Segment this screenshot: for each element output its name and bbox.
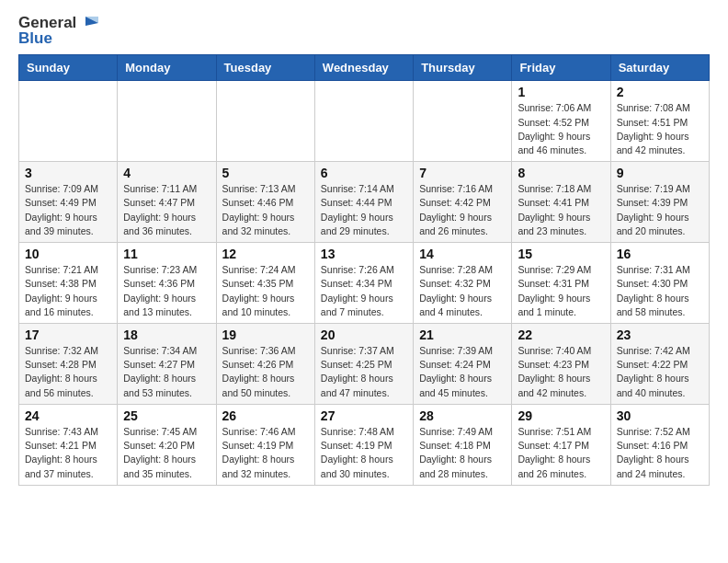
- calendar-cell: 18Sunrise: 7:34 AMSunset: 4:27 PMDayligh…: [118, 324, 216, 405]
- logo-bird-icon: [78, 15, 98, 31]
- day-number: 9: [617, 166, 703, 180]
- calendar-cell: 15Sunrise: 7:29 AMSunset: 4:31 PMDayligh…: [512, 243, 610, 324]
- day-number: 8: [518, 166, 604, 180]
- calendar-cell: 22Sunrise: 7:40 AMSunset: 4:23 PMDayligh…: [512, 324, 610, 405]
- day-number: 30: [617, 408, 703, 423]
- calendar-cell: 29Sunrise: 7:51 AMSunset: 4:17 PMDayligh…: [512, 404, 610, 485]
- calendar-cell: 17Sunrise: 7:32 AMSunset: 4:28 PMDayligh…: [19, 324, 118, 405]
- day-info: Sunrise: 7:14 AMSunset: 4:44 PMDaylight:…: [321, 182, 407, 238]
- calendar-cell: 30Sunrise: 7:52 AMSunset: 4:16 PMDayligh…: [610, 404, 709, 485]
- weekday-header-thursday: Thursday: [414, 55, 512, 81]
- calendar-week-0: 1Sunrise: 7:06 AMSunset: 4:52 PMDaylight…: [19, 81, 710, 162]
- day-info: Sunrise: 7:49 AMSunset: 4:18 PMDaylight:…: [419, 425, 506, 481]
- day-number: 15: [518, 247, 604, 261]
- day-number: 14: [419, 247, 506, 261]
- day-number: 10: [25, 247, 111, 261]
- day-number: 26: [222, 408, 309, 423]
- day-number: 28: [419, 408, 506, 423]
- calendar-cell: 20Sunrise: 7:37 AMSunset: 4:25 PMDayligh…: [314, 324, 413, 405]
- day-number: 29: [518, 408, 604, 423]
- calendar-cell: [314, 81, 413, 162]
- calendar-cell: 6Sunrise: 7:14 AMSunset: 4:44 PMDaylight…: [314, 162, 413, 243]
- calendar-week-2: 10Sunrise: 7:21 AMSunset: 4:38 PMDayligh…: [19, 243, 710, 324]
- day-info: Sunrise: 7:21 AMSunset: 4:38 PMDaylight:…: [25, 263, 111, 319]
- day-number: 4: [123, 166, 210, 180]
- day-number: 3: [25, 166, 111, 180]
- day-info: Sunrise: 7:40 AMSunset: 4:23 PMDaylight:…: [518, 344, 604, 400]
- calendar-cell: 3Sunrise: 7:09 AMSunset: 4:49 PMDaylight…: [19, 162, 118, 243]
- weekday-header-monday: Monday: [118, 55, 216, 81]
- day-number: 2: [617, 85, 703, 99]
- day-info: Sunrise: 7:29 AMSunset: 4:31 PMDaylight:…: [518, 263, 604, 319]
- day-info: Sunrise: 7:45 AMSunset: 4:20 PMDaylight:…: [123, 425, 210, 481]
- weekday-header-row: SundayMondayTuesdayWednesdayThursdayFrid…: [19, 55, 710, 81]
- calendar-cell: 8Sunrise: 7:18 AMSunset: 4:41 PMDaylight…: [512, 162, 610, 243]
- day-number: 19: [222, 327, 309, 342]
- calendar-cell: 19Sunrise: 7:36 AMSunset: 4:26 PMDayligh…: [216, 324, 314, 405]
- day-info: Sunrise: 7:46 AMSunset: 4:19 PMDaylight:…: [222, 425, 309, 481]
- calendar-cell: 27Sunrise: 7:48 AMSunset: 4:19 PMDayligh…: [314, 404, 413, 485]
- day-number: 6: [321, 166, 407, 180]
- weekday-header-saturday: Saturday: [610, 55, 709, 81]
- calendar-cell: 25Sunrise: 7:45 AMSunset: 4:20 PMDayligh…: [118, 404, 216, 485]
- day-info: Sunrise: 7:43 AMSunset: 4:21 PMDaylight:…: [25, 425, 111, 481]
- calendar-cell: 12Sunrise: 7:24 AMSunset: 4:35 PMDayligh…: [216, 243, 314, 324]
- day-info: Sunrise: 7:24 AMSunset: 4:35 PMDaylight:…: [222, 263, 309, 319]
- calendar-cell: 13Sunrise: 7:26 AMSunset: 4:34 PMDayligh…: [314, 243, 413, 324]
- day-info: Sunrise: 7:19 AMSunset: 4:39 PMDaylight:…: [617, 182, 703, 238]
- day-info: Sunrise: 7:42 AMSunset: 4:22 PMDaylight:…: [617, 344, 703, 400]
- day-info: Sunrise: 7:28 AMSunset: 4:32 PMDaylight:…: [419, 263, 506, 319]
- day-number: 25: [123, 408, 210, 423]
- calendar-cell: 2Sunrise: 7:08 AMSunset: 4:51 PMDaylight…: [610, 81, 709, 162]
- day-number: 23: [617, 327, 703, 342]
- logo-blue: Blue: [18, 30, 52, 48]
- day-number: 20: [321, 327, 407, 342]
- day-info: Sunrise: 7:36 AMSunset: 4:26 PMDaylight:…: [222, 344, 309, 400]
- calendar-cell: [216, 81, 314, 162]
- weekday-header-sunday: Sunday: [19, 55, 118, 81]
- calendar-cell: 7Sunrise: 7:16 AMSunset: 4:42 PMDaylight…: [414, 162, 512, 243]
- calendar-cell: [118, 81, 216, 162]
- page-container: General Blue SundayMondayTuesdayWednesda…: [0, 0, 728, 504]
- day-number: 18: [123, 327, 210, 342]
- day-info: Sunrise: 7:48 AMSunset: 4:19 PMDaylight:…: [321, 425, 407, 481]
- calendar-cell: [414, 81, 512, 162]
- weekday-header-friday: Friday: [512, 55, 610, 81]
- day-number: 12: [222, 247, 309, 261]
- calendar-week-3: 17Sunrise: 7:32 AMSunset: 4:28 PMDayligh…: [19, 324, 710, 405]
- day-number: 17: [25, 327, 111, 342]
- day-info: Sunrise: 7:34 AMSunset: 4:27 PMDaylight:…: [123, 344, 210, 400]
- calendar-cell: [19, 81, 118, 162]
- day-number: 11: [123, 247, 210, 261]
- day-number: 13: [321, 247, 407, 261]
- day-info: Sunrise: 7:23 AMSunset: 4:36 PMDaylight:…: [123, 263, 210, 319]
- calendar-cell: 24Sunrise: 7:43 AMSunset: 4:21 PMDayligh…: [19, 404, 118, 485]
- day-number: 24: [25, 408, 111, 423]
- day-info: Sunrise: 7:39 AMSunset: 4:24 PMDaylight:…: [419, 344, 506, 400]
- day-number: 5: [222, 166, 309, 180]
- day-info: Sunrise: 7:26 AMSunset: 4:34 PMDaylight:…: [321, 263, 407, 319]
- day-info: Sunrise: 7:18 AMSunset: 4:41 PMDaylight:…: [518, 182, 604, 238]
- calendar-cell: 5Sunrise: 7:13 AMSunset: 4:46 PMDaylight…: [216, 162, 314, 243]
- calendar-week-4: 24Sunrise: 7:43 AMSunset: 4:21 PMDayligh…: [19, 404, 710, 485]
- header: General Blue: [18, 15, 710, 47]
- day-number: 1: [518, 85, 604, 99]
- day-number: 7: [419, 166, 506, 180]
- day-info: Sunrise: 7:37 AMSunset: 4:25 PMDaylight:…: [321, 344, 407, 400]
- day-info: Sunrise: 7:08 AMSunset: 4:51 PMDaylight:…: [617, 101, 703, 157]
- day-info: Sunrise: 7:09 AMSunset: 4:49 PMDaylight:…: [25, 182, 111, 238]
- day-info: Sunrise: 7:52 AMSunset: 4:16 PMDaylight:…: [617, 425, 703, 481]
- calendar-table: SundayMondayTuesdayWednesdayThursdayFrid…: [18, 54, 710, 485]
- calendar-cell: 16Sunrise: 7:31 AMSunset: 4:30 PMDayligh…: [610, 243, 709, 324]
- calendar-cell: 10Sunrise: 7:21 AMSunset: 4:38 PMDayligh…: [19, 243, 118, 324]
- day-info: Sunrise: 7:31 AMSunset: 4:30 PMDaylight:…: [617, 263, 703, 319]
- day-info: Sunrise: 7:51 AMSunset: 4:17 PMDaylight:…: [518, 425, 604, 481]
- weekday-header-tuesday: Tuesday: [216, 55, 314, 81]
- day-number: 27: [321, 408, 407, 423]
- calendar-cell: 1Sunrise: 7:06 AMSunset: 4:52 PMDaylight…: [512, 81, 610, 162]
- day-number: 22: [518, 327, 604, 342]
- day-info: Sunrise: 7:06 AMSunset: 4:52 PMDaylight:…: [518, 101, 604, 157]
- calendar-cell: 21Sunrise: 7:39 AMSunset: 4:24 PMDayligh…: [414, 324, 512, 405]
- day-number: 21: [419, 327, 506, 342]
- logo-text: General Blue: [18, 15, 98, 47]
